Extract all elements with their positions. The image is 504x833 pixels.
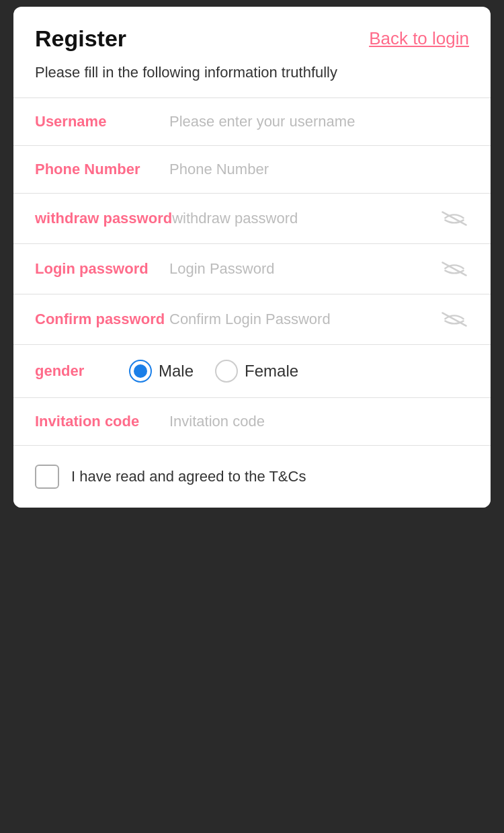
login-password-toggle[interactable] (439, 259, 469, 279)
invitation-code-row: Invitation code (13, 398, 491, 445)
terms-label: I have read and agreed to the T&Cs (71, 468, 306, 485)
withdraw-password-label: withdraw password (35, 210, 172, 227)
username-label: Username (35, 113, 169, 130)
back-to-login-link[interactable]: Back to login (369, 28, 469, 49)
gender-male-option[interactable]: Male (129, 360, 194, 383)
confirm-password-toggle[interactable] (439, 309, 469, 329)
phone-label: Phone Number (35, 161, 169, 178)
withdraw-password-row: withdraw password (13, 194, 491, 243)
header-section: Register Back to login (13, 7, 491, 64)
confirm-password-input[interactable] (169, 311, 439, 328)
terms-row: I have read and agreed to the T&Cs (13, 446, 491, 508)
gender-radio-group: Male Female (129, 360, 298, 383)
gender-female-radio[interactable] (215, 360, 238, 383)
phone-row: Phone Number (13, 146, 491, 193)
login-password-row: Login password (13, 244, 491, 294)
withdraw-password-input[interactable] (172, 210, 439, 227)
confirm-password-label: Confirm password (35, 311, 169, 328)
gender-male-radio-inner (134, 364, 147, 378)
gender-male-label: Male (159, 362, 194, 381)
gender-male-radio[interactable] (129, 360, 152, 383)
gender-row: gender Male Female (13, 345, 491, 397)
username-row: Username (13, 98, 491, 145)
phone-input[interactable] (169, 161, 469, 178)
invitation-code-input[interactable] (169, 413, 469, 430)
login-password-label: Login password (35, 260, 169, 278)
gender-female-option[interactable]: Female (215, 360, 298, 383)
username-input[interactable] (169, 113, 469, 130)
invitation-code-label: Invitation code (35, 413, 169, 430)
gender-label: gender (35, 362, 129, 380)
register-card: Register Back to login Please fill in th… (13, 7, 491, 508)
page-title: Register (35, 26, 126, 52)
login-password-input[interactable] (169, 260, 439, 278)
gender-female-label: Female (245, 362, 298, 381)
confirm-password-row: Confirm password (13, 294, 491, 344)
subtitle-text: Please fill in the following information… (13, 64, 491, 97)
terms-checkbox[interactable] (35, 465, 59, 489)
withdraw-password-toggle[interactable] (439, 208, 469, 229)
